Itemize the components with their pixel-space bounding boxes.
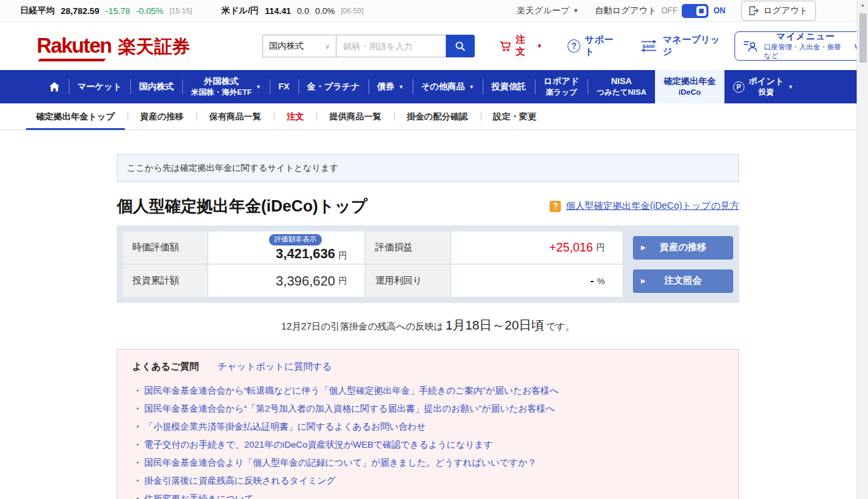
nav-gold-platinum[interactable]: 金・プラチナ [298, 70, 369, 103]
hide-valuation-badge[interactable]: 評価額非表示 [269, 234, 322, 245]
premium-reflection-note: 12月27日の引落掛金の残高への反映は1月18日～20日頃です。 [117, 317, 739, 334]
search-category-select[interactable]: 国内株式 ∨ [262, 35, 336, 57]
subnav-order[interactable]: 注文 [274, 103, 316, 129]
page-help-link[interactable]: 個人型確定拠出年金(iDeCo)トップの見方 [566, 200, 739, 212]
list-item: ・電子交付のお手続きで、2021年のiDeCo資産状況がWEBで確認できるように… [132, 436, 724, 454]
question-bubble-icon: ? [568, 39, 580, 53]
investment-total-label: 投資累計額 [123, 265, 207, 297]
svg-text:BANK: BANK [642, 44, 655, 49]
market-value-cell: 評価額非表示 3,421,636円 [208, 231, 365, 264]
market-value: 3,421,636 [276, 246, 335, 261]
yield-value: - [590, 275, 594, 287]
chevron-down-icon: ▼ [536, 43, 542, 49]
my-menu-button[interactable]: マイメニュー 口座管理・入出金・振替など ∨ [734, 31, 868, 61]
nikkei-label: 日経平均 [20, 5, 55, 17]
chevron-down-icon: ▼ [256, 84, 261, 90]
faq-link[interactable]: 「小規模企業共済等掛金払込証明書」に関するよくあるお問い合わせ [144, 418, 426, 436]
money-bridge-link[interactable]: BANK マネーブリッジ [640, 34, 724, 58]
order-inquiry-button[interactable]: ▶ 注文照会 [633, 270, 733, 293]
logout-button[interactable]: ログアウト [741, 1, 816, 21]
list-item: ・「小規模企業共済等掛金払込証明書」に関するよくあるお問い合わせ [132, 418, 724, 436]
faq-box: よくあるご質問 チャットボットに質問する ・国民年金基金連合会から“転退職などに… [117, 349, 739, 499]
list-item: ・国民年金基金連合会から“転退職などに伴う「個人型確定拠出年金」手続きのご案内”… [132, 382, 724, 400]
nav-foreign-stock[interactable]: 外国株式米国株・海外ETF ▼ [182, 70, 270, 103]
usdjpy-change: 0.0 [297, 6, 309, 16]
faq-link-list: ・国民年金基金連合会から“転退職などに伴う「個人型確定拠出年金」手続きのご案内”… [132, 382, 724, 499]
nav-market[interactable]: マーケット [69, 70, 130, 103]
search-button[interactable] [446, 35, 475, 57]
nav-home[interactable] [40, 70, 69, 103]
list-item: ・掛金引落後に資産残高に反映されるタイミング [132, 472, 724, 490]
auto-logout-on-label: ON [713, 6, 725, 15]
nav-investment-trust[interactable]: 投資信託 [483, 70, 535, 103]
order-menu[interactable]: 注文 ▼ [499, 34, 543, 58]
point-coin-icon: P [733, 81, 744, 93]
auto-logout-toggle[interactable] [682, 4, 708, 18]
search-bar: 国内株式 ∨ [262, 35, 475, 57]
subnav-offered-products[interactable]: 提供商品一覧 [316, 103, 394, 129]
nav-bonds[interactable]: 債券 ▼ [369, 70, 413, 103]
triangle-right-icon: ▶ [641, 278, 646, 284]
auto-logout-control: 自動ログアウト OFF ON [595, 4, 726, 18]
market-ticker: 日経平均 28,782.59 -15.78 -0.05% [15:15] 米ドル… [20, 5, 363, 17]
cart-icon [499, 39, 512, 53]
nav-other-products[interactable]: その他商品 ▼ [413, 70, 483, 103]
faq-link[interactable]: 国民年金基金連合会より「個人型年金の記録について」が届きました。どうすればいいで… [144, 454, 536, 472]
search-input[interactable] [336, 35, 446, 57]
page-help: ? 個人型確定拠出年金(iDeCo)トップの見方 [550, 200, 739, 212]
usdjpy-change-pct: 0.0% [315, 6, 335, 16]
nikkei-change-pct: -0.05% [136, 6, 164, 16]
triangle-right-icon: ▶ [641, 244, 646, 251]
site-transition-notice: ここから先は確定拠出年金に関するサイトとなります [117, 154, 739, 182]
my-menu-title: マイメニュー [776, 31, 835, 43]
rakuten-securities-logo[interactable]: Rakuten 楽天証券 [37, 34, 190, 59]
faq-link[interactable]: 掛金引落後に資産残高に反映されるタイミング [144, 472, 336, 490]
my-menu-subtitle: 口座管理・入出金・振替など [764, 43, 847, 60]
order-label: 注文 [515, 34, 532, 58]
logo-shoken-text: 楽天証券 [118, 35, 190, 59]
faq-link[interactable]: 国民年金基金連合会から“転退職などに伴う「個人型確定拠出年金」手続きのご案内”が… [144, 382, 559, 400]
subnav-dc-top[interactable]: 確定拠出年金トップ [23, 103, 128, 129]
support-label: サポート [585, 34, 620, 58]
subnav-settings-change[interactable]: 設定・変更 [481, 103, 550, 129]
investment-total-cell: 3,396,620円 [208, 265, 365, 297]
ideco-sub-navigation: 確定拠出年金トップ 資産の推移 保有商品一覧 注文 提供商品一覧 掛金の配分確認… [0, 103, 868, 130]
subnav-asset-trend[interactable]: 資産の推移 [128, 103, 196, 129]
main-navigation: マーケット 国内株式 外国株式米国株・海外ETF ▼ FX 金・プラチナ 債券 … [0, 70, 868, 103]
scrollbar-thumb[interactable] [859, 13, 867, 63]
nikkei-value: 28,782.59 [61, 6, 99, 16]
subnav-allocation-check[interactable]: 掛金の配分確認 [394, 103, 480, 129]
main-content: ここから先は確定拠出年金に関するサイトとなります 個人型確定拠出年金(iDeCo… [117, 154, 739, 499]
faq-link[interactable]: 電子交付のお手続きで、2021年のiDeCo資産状況がWEBで確認できるようにな… [144, 436, 493, 454]
nav-fx[interactable]: FX [270, 70, 298, 103]
chatbot-link[interactable]: チャットボットに質問する [218, 361, 332, 373]
valuation-gain-cell: +25,016円 [451, 231, 622, 264]
chevron-down-icon: ▼ [788, 84, 793, 90]
asset-trend-button[interactable]: ▶ 資産の推移 [633, 236, 733, 260]
rakuten-group-label: 楽天グループ [517, 5, 570, 17]
asset-summary-table: 時価評価額 評価額非表示 3,421,636円 評価損益 +25,016円 ▶ … [117, 225, 739, 303]
yield-cell: -% [451, 265, 622, 297]
valuation-gain-value: +25,016 [549, 241, 593, 255]
list-item: ・国民年金基金連合会より「個人型年金の記録について」が届きました。どうすればいい… [132, 454, 724, 472]
subnav-holdings-list[interactable]: 保有商品一覧 [196, 103, 274, 129]
nav-nisa[interactable]: NISAつみたてNISA [588, 70, 655, 103]
faq-link[interactable]: 住所変更お手続きについて [144, 490, 254, 499]
nav-ideco-active[interactable]: 確定拠出年金iDeCo [655, 70, 724, 103]
help-question-icon: ? [550, 201, 561, 212]
scrollbar-up-arrow[interactable]: ▲ [857, 0, 868, 11]
faq-link[interactable]: 国民年金基金連合会から“「第2号加入者の加入資格に関する届出書」提出のお願い”が… [144, 400, 555, 418]
list-item: ・国民年金基金連合会から“「第2号加入者の加入資格に関する届出書」提出のお願い”… [132, 400, 724, 418]
nav-roboad-wrap[interactable]: ロボアド楽ラップ [535, 70, 588, 103]
list-item: ・住所変更お手続きについて [132, 490, 724, 499]
auto-logout-label: 自動ログアウト [595, 5, 657, 17]
search-icon [455, 41, 466, 52]
nav-domestic-stock[interactable]: 国内株式 [130, 70, 182, 103]
reflection-date-range: 1月18日～20日頃 [445, 318, 544, 332]
vertical-scrollbar[interactable]: ▲ [857, 0, 868, 499]
rakuten-group-menu[interactable]: 楽天グループ ▼ [517, 5, 579, 17]
support-link[interactable]: ? サポート [568, 34, 620, 58]
logout-label: ログアウト [763, 5, 808, 17]
bank-transfer-icon: BANK [640, 39, 658, 53]
nav-point-investment[interactable]: P ポイント投資 ▼ [724, 70, 802, 103]
